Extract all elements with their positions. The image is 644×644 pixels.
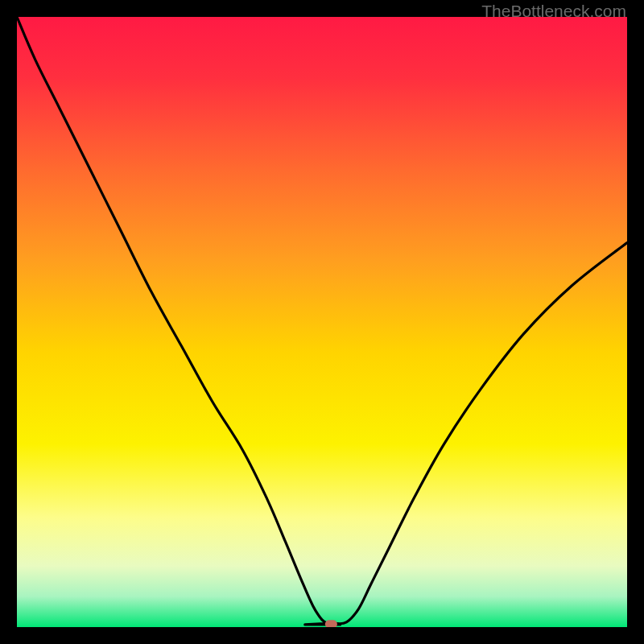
bottleneck-curve [17,17,627,625]
curve-layer [17,17,627,627]
bottleneck-chart [17,17,627,627]
optimal-point-marker [325,620,337,627]
